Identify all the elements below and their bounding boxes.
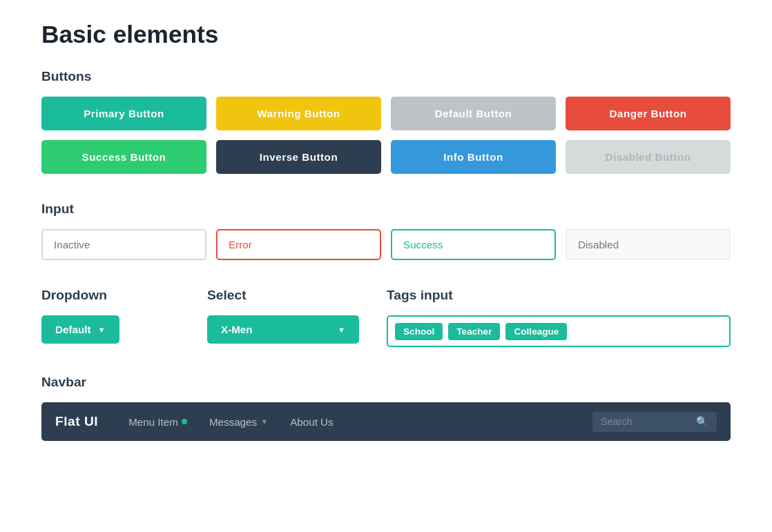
buttons-section-title: Buttons [41, 69, 731, 84]
nav-messages-label: Messages [209, 416, 257, 428]
info-button[interactable]: Info Button [391, 140, 556, 174]
tag-teacher[interactable]: Teacher [448, 323, 500, 340]
page-title: Basic elements [41, 21, 731, 48]
dropdown-col: Dropdown Default ▼ [41, 288, 180, 344]
navbar-items: Menu Item Messages ▼ About Us [119, 411, 592, 433]
input-section: Input [41, 201, 731, 260]
disabled-button: Disabled Button [566, 140, 731, 174]
buttons-section: Buttons Primary Button Warning Button De… [41, 69, 731, 174]
nav-about-label: About Us [290, 416, 333, 428]
navbar: Flat UI Menu Item Messages ▼ About Us 🔍 [41, 402, 731, 441]
nav-dot-icon [182, 419, 187, 424]
primary-button[interactable]: Primary Button [41, 97, 206, 130]
error-input[interactable] [216, 229, 381, 260]
navbar-search[interactable]: 🔍 [592, 412, 717, 432]
ds-grid: Dropdown Default ▼ Select X-Men ▼ Tags i… [41, 288, 731, 347]
input-grid [41, 229, 731, 260]
navbar-section: Navbar Flat UI Menu Item Messages ▼ Abou… [41, 375, 731, 441]
dropdown-arrow-icon: ▼ [97, 326, 105, 334]
nav-menu-label: Menu Item [128, 416, 178, 428]
ds-section: Dropdown Default ▼ Select X-Men ▼ Tags i… [41, 288, 731, 347]
nav-arrow-icon: ▼ [260, 417, 268, 426]
button-grid: Primary Button Warning Button Default Bu… [41, 97, 731, 174]
success-button[interactable]: Success Button [41, 140, 206, 174]
select-button[interactable]: X-Men ▼ [207, 315, 359, 344]
inactive-input[interactable] [41, 229, 206, 260]
tags-input-box[interactable]: School Teacher Colleague [387, 315, 731, 347]
success-input[interactable] [391, 229, 556, 260]
dropdown-button[interactable]: Default ▼ [41, 315, 119, 344]
navbar-brand: Flat UI [55, 414, 98, 429]
search-icon: 🔍 [696, 416, 708, 428]
inverse-button[interactable]: Inverse Button [216, 140, 381, 174]
dropdown-title: Dropdown [41, 288, 180, 303]
tag-school[interactable]: School [395, 323, 443, 340]
tags-title: Tags input [387, 288, 731, 303]
select-label: X-Men [221, 324, 253, 335]
navbar-section-title: Navbar [41, 375, 731, 390]
nav-item-about[interactable]: About Us [280, 411, 342, 433]
danger-button[interactable]: Danger Button [566, 97, 731, 130]
select-arrow-icon: ▼ [338, 326, 345, 334]
nav-item-messages[interactable]: Messages ▼ [200, 411, 278, 433]
select-title: Select [207, 288, 359, 303]
disabled-input [566, 229, 731, 260]
input-section-title: Input [41, 201, 731, 217]
search-input[interactable] [601, 416, 691, 427]
tag-colleague[interactable]: Colleague [505, 323, 567, 340]
warning-button[interactable]: Warning Button [216, 97, 381, 130]
default-button[interactable]: Default Button [391, 97, 556, 130]
dropdown-label: Default [55, 324, 90, 335]
nav-item-menu[interactable]: Menu Item [119, 411, 197, 433]
select-col: Select X-Men ▼ [207, 288, 359, 344]
tags-col: Tags input School Teacher Colleague [387, 288, 731, 347]
